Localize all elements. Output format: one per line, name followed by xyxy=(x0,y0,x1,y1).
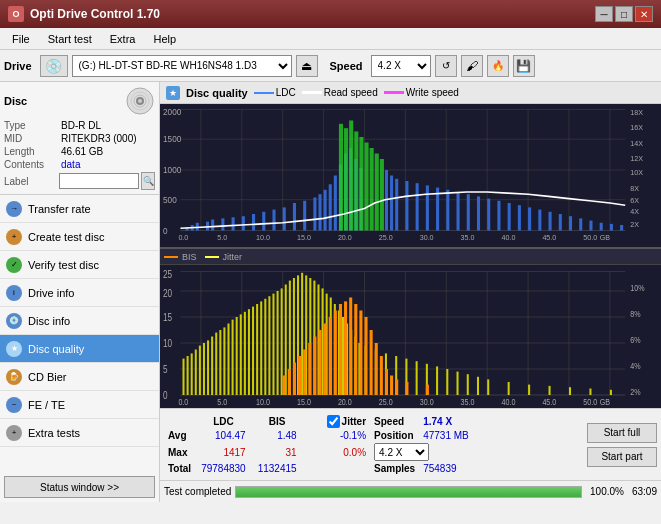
max-ldc: 1417 xyxy=(195,442,252,462)
svg-rect-72 xyxy=(549,212,552,231)
cd-bier-label: CD Bier xyxy=(28,371,67,383)
svg-rect-37 xyxy=(318,194,321,230)
start-part-button[interactable]: Start part xyxy=(587,447,657,467)
label-input[interactable] xyxy=(59,173,139,189)
settings-button[interactable]: 🖌 xyxy=(461,55,483,77)
speed-label: Speed xyxy=(330,60,363,72)
svg-rect-201 xyxy=(354,304,357,395)
refresh-button[interactable]: ↺ xyxy=(435,55,457,77)
svg-text:50.0: 50.0 xyxy=(583,233,597,242)
close-button[interactable]: ✕ xyxy=(635,6,653,22)
menu-file[interactable]: File xyxy=(4,31,38,47)
svg-rect-30 xyxy=(252,214,255,231)
svg-text:25.0: 25.0 xyxy=(379,398,393,408)
legend-jitter: Jitter xyxy=(205,252,243,262)
max-bis: 31 xyxy=(252,442,303,462)
minimize-button[interactable]: ─ xyxy=(595,6,613,22)
sidebar-item-fe-te[interactable]: ~ FE / TE xyxy=(0,391,159,419)
avg-bis: 1.48 xyxy=(252,429,303,442)
start-full-button[interactable]: Start full xyxy=(587,423,657,443)
burn-button[interactable]: 🔥 xyxy=(487,55,509,77)
svg-rect-204 xyxy=(370,330,373,395)
sidebar: Disc Type BD-R DL MID RITEKDR3 (000) Len… xyxy=(0,82,160,502)
svg-rect-187 xyxy=(283,376,286,396)
svg-text:20.0: 20.0 xyxy=(338,233,352,242)
extra-tests-icon: + xyxy=(6,425,22,441)
svg-rect-125 xyxy=(187,356,189,395)
position-value: 47731 MB xyxy=(419,429,473,442)
speed-select[interactable]: 4.2 X xyxy=(371,55,431,77)
svg-rect-206 xyxy=(380,356,383,395)
svg-text:15.0: 15.0 xyxy=(297,233,311,242)
avg-label: Avg xyxy=(164,429,195,442)
svg-rect-71 xyxy=(538,210,541,231)
svg-text:8X: 8X xyxy=(630,184,639,193)
length-value: 46.61 GB xyxy=(61,146,103,157)
col-speed-label: Speed xyxy=(370,414,419,429)
svg-text:500: 500 xyxy=(163,195,177,205)
drive-select[interactable]: (G:) HL-DT-ST BD-RE WH16NS48 1.D3 xyxy=(72,55,292,77)
svg-rect-205 xyxy=(375,343,378,395)
transfer-rate-label: Transfer rate xyxy=(28,203,91,215)
svg-rect-56 xyxy=(390,176,393,231)
svg-text:GB: GB xyxy=(600,233,610,242)
menu-extra[interactable]: Extra xyxy=(102,31,144,47)
status-window-button[interactable]: Status window >> xyxy=(4,476,155,498)
svg-rect-134 xyxy=(223,327,225,395)
disc-image xyxy=(125,86,155,116)
svg-rect-153 xyxy=(301,273,303,395)
svg-rect-130 xyxy=(207,340,209,395)
sidebar-item-disc-info[interactable]: 💿 Disc info xyxy=(0,307,159,335)
svg-rect-75 xyxy=(579,218,582,230)
svg-rect-52 xyxy=(370,148,374,231)
svg-text:14X: 14X xyxy=(630,139,643,148)
disc-quality-header: ★ Disc quality LDC Read speed Write spee… xyxy=(160,82,661,104)
contents-key: Contents xyxy=(4,159,59,170)
progress-fill xyxy=(236,487,581,497)
svg-rect-132 xyxy=(215,333,217,395)
svg-text:45.0: 45.0 xyxy=(542,398,556,408)
save-button[interactable]: 💾 xyxy=(513,55,535,77)
svg-text:6X: 6X xyxy=(630,196,639,205)
drive-icon: 💿 xyxy=(40,55,68,77)
svg-rect-68 xyxy=(508,203,511,231)
svg-rect-36 xyxy=(313,198,316,231)
svg-rect-141 xyxy=(252,307,254,395)
svg-rect-146 xyxy=(272,294,274,395)
fe-te-label: FE / TE xyxy=(28,399,65,411)
sidebar-item-extra-tests[interactable]: + Extra tests xyxy=(0,419,159,447)
svg-rect-62 xyxy=(446,190,449,231)
sidebar-item-verify-test-disc[interactable]: ✓ Verify test disc xyxy=(0,251,159,279)
svg-rect-190 xyxy=(298,356,301,395)
col-jitter: Jitter xyxy=(323,414,370,429)
label-btn[interactable]: 🔍 xyxy=(141,172,155,190)
sidebar-item-create-test-disc[interactable]: + Create test disc xyxy=(0,223,159,251)
disc-quality-title: Disc quality xyxy=(186,87,248,99)
menu-start-test[interactable]: Start test xyxy=(40,31,100,47)
disc-info-icon: 💿 xyxy=(6,313,22,329)
sidebar-item-transfer-rate[interactable]: → Transfer rate xyxy=(0,195,159,223)
svg-text:5.0: 5.0 xyxy=(217,233,227,242)
lower-chart-svg: 0 5 10 15 20 25 10% 8% 6% 4% 2% 0.0 xyxy=(160,265,661,408)
maximize-button[interactable]: □ xyxy=(615,6,633,22)
svg-rect-186 xyxy=(610,390,612,395)
avg-jitter: -0.1% xyxy=(323,429,370,442)
svg-text:10.0: 10.0 xyxy=(256,233,270,242)
position-label: Position xyxy=(370,429,419,442)
jitter-checkbox[interactable] xyxy=(327,415,340,428)
svg-rect-193 xyxy=(313,337,316,396)
menu-help[interactable]: Help xyxy=(145,31,184,47)
total-label: Total xyxy=(164,462,195,475)
svg-text:0: 0 xyxy=(163,226,168,236)
svg-rect-179 xyxy=(477,377,479,395)
sidebar-item-drive-info[interactable]: i Drive info xyxy=(0,279,159,307)
eject-button[interactable]: ⏏ xyxy=(296,55,318,77)
sidebar-item-cd-bier[interactable]: 🍺 CD Bier xyxy=(0,363,159,391)
speed-select-2[interactable]: 4.2 X xyxy=(374,443,429,461)
svg-text:25: 25 xyxy=(163,269,172,280)
sidebar-item-disc-quality[interactable]: ★ Disc quality xyxy=(0,335,159,363)
svg-rect-77 xyxy=(600,223,603,231)
fe-te-icon: ~ xyxy=(6,397,22,413)
svg-rect-63 xyxy=(457,192,460,231)
svg-text:8%: 8% xyxy=(630,309,640,319)
